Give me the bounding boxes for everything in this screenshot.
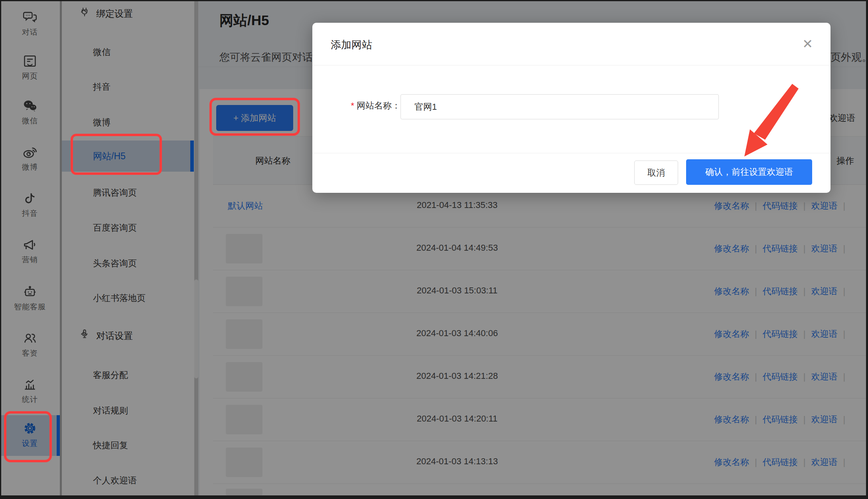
dialog-title: 添加网站 <box>331 38 372 52</box>
cancel-button[interactable]: 取消 <box>634 160 678 185</box>
annotation-arrow <box>734 78 806 163</box>
window-border-top <box>0 0 868 1</box>
annotation-box-settings <box>4 411 52 462</box>
required-mark: * <box>351 101 354 111</box>
confirm-button[interactable]: 确认，前往设置欢迎语 <box>686 159 812 185</box>
annotation-box-add-button <box>209 98 300 136</box>
close-icon[interactable]: ✕ <box>802 36 813 51</box>
annotation-box-website-h5 <box>71 134 162 175</box>
window-border-left <box>0 0 1 499</box>
dialog-header-divider <box>312 65 831 65</box>
website-name-field-label: *网站名称： <box>328 100 400 112</box>
window-border-right <box>866 0 868 499</box>
website-name-input[interactable] <box>400 94 719 119</box>
app-window: 对话 网页 微信 微博 抖音 营销 智能客服 客资 <box>0 0 868 499</box>
window-border-bottom <box>0 495 868 499</box>
